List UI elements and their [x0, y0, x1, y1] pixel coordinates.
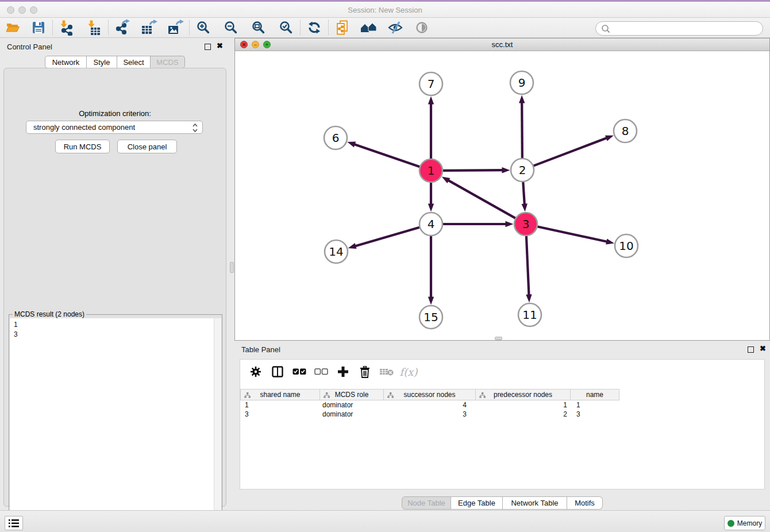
tab-edge-table[interactable]: Edge Table [451, 496, 503, 510]
control-panel-title: Control Panel [7, 43, 52, 51]
run-mcds-button[interactable]: Run MCDS [55, 140, 110, 153]
mcds-result-title: MCDS result (2 nodes) [13, 310, 86, 318]
column-chooser-button[interactable] [267, 364, 288, 380]
column-header-shared-name[interactable]: shared name [240, 389, 320, 400]
tab-network[interactable]: Network [45, 56, 87, 68]
column-header-MCDS-role[interactable]: MCDS role [320, 389, 384, 400]
first-neighbors-button[interactable] [359, 19, 379, 36]
horizontal-splitter-grip[interactable] [495, 337, 502, 340]
select-all-button[interactable] [288, 364, 310, 380]
network-graph-canvas[interactable]: 7968124314101511 [235, 51, 769, 340]
refresh-icon [307, 20, 322, 35]
zoom-in-button[interactable] [194, 19, 213, 36]
node-label-6: 6 [332, 131, 340, 145]
export-image-button[interactable] [165, 19, 185, 36]
tab-node-table[interactable]: Node Table [402, 496, 451, 510]
export-table-button[interactable] [139, 19, 159, 36]
edge-2-8[interactable] [533, 138, 607, 166]
table-cell[interactable]: dominator [320, 410, 384, 419]
toolbar-separator [189, 20, 190, 35]
table-cell[interactable]: 1 [476, 400, 571, 410]
table-cell[interactable]: 4 [384, 400, 476, 410]
edge-2-3[interactable] [523, 182, 525, 205]
column-header-name[interactable]: name [571, 389, 619, 400]
float-table-panel-icon[interactable] [748, 346, 754, 353]
deselect-all-button[interactable] [310, 364, 332, 380]
disabled-view-button [412, 19, 432, 36]
list-icon [9, 519, 19, 527]
delete-column-button [376, 364, 398, 380]
search-box[interactable] [595, 21, 763, 36]
import-network-button[interactable] [57, 19, 76, 36]
tab-motifs[interactable]: Motifs [567, 496, 603, 510]
node-label-7: 7 [428, 77, 435, 91]
import-table-button[interactable] [84, 19, 104, 36]
node-table-container: f(x) shared nameMCDS rolesuccessor nodes… [240, 359, 765, 489]
result-item[interactable]: 3 [14, 330, 221, 340]
optimization-criterion-select[interactable]: strongly connected component [26, 121, 203, 134]
column-header-successor-nodes[interactable]: successor nodes [384, 389, 476, 400]
edge-3-10[interactable] [537, 226, 607, 242]
tab-mcds[interactable]: MCDS [151, 56, 185, 68]
node-label-14: 14 [329, 245, 343, 259]
edge-1-6[interactable] [354, 144, 420, 167]
table-cell[interactable]: dominator [320, 400, 384, 410]
arrowhead-4-3 [506, 221, 514, 227]
show-hide-button[interactable] [386, 19, 405, 36]
export-network-button[interactable] [113, 19, 132, 36]
edge-3-1[interactable] [448, 180, 516, 218]
edge-3-11[interactable] [526, 236, 529, 295]
close-table-panel-icon[interactable]: ✖ [760, 344, 766, 353]
deselect-all-icon [314, 368, 328, 375]
memory-status-icon [727, 520, 734, 527]
result-scrollbar[interactable] [214, 318, 221, 532]
zoom-fit-button[interactable] [249, 19, 268, 36]
zoom-out-icon [224, 20, 238, 35]
copy-network-button[interactable] [333, 19, 352, 36]
arrowhead-2-8 [605, 136, 614, 141]
add-row-button[interactable] [332, 364, 354, 380]
edge-1-2[interactable] [442, 170, 503, 171]
arrowhead-1-6 [347, 142, 356, 148]
mcds-result-list[interactable]: 13 [10, 318, 221, 532]
refresh-layout-button[interactable] [305, 19, 324, 36]
tree-icon [324, 392, 330, 398]
task-history-button[interactable] [5, 516, 23, 530]
result-item[interactable]: 1 [14, 320, 221, 330]
table-row[interactable]: 3dominator323 [240, 410, 619, 419]
zoom-selected-button[interactable] [276, 19, 296, 36]
table-cell[interactable]: 1 [240, 400, 320, 410]
float-panel-icon[interactable] [205, 44, 211, 50]
delete-row-button[interactable] [354, 364, 376, 380]
memory-button[interactable]: Memory [724, 516, 765, 530]
zoom-out-button[interactable] [221, 19, 241, 36]
column-header-predecessor-nodes[interactable]: predecessor nodes [476, 389, 571, 400]
save-session-button[interactable] [29, 19, 48, 36]
close-panel-icon[interactable]: ✖ [217, 41, 223, 50]
memory-label: Memory [737, 519, 762, 527]
open-session-button[interactable] [3, 19, 23, 36]
table-cell[interactable]: 2 [476, 410, 571, 419]
tab-style[interactable]: Style [87, 56, 117, 68]
table-cell[interactable]: 1 [571, 400, 619, 410]
table-cell[interactable]: 3 [384, 410, 476, 419]
arrowhead-1-2 [502, 167, 510, 173]
table-cell[interactable]: 3 [240, 410, 320, 419]
edge-4-14[interactable] [355, 228, 420, 246]
vertical-splitter-grip[interactable] [230, 262, 234, 273]
tab-select[interactable]: Select [117, 56, 151, 68]
select-all-icon [292, 368, 306, 375]
tab-network-table[interactable]: Network Table [503, 496, 567, 510]
node-label-15: 15 [424, 310, 438, 324]
node-label-8: 8 [622, 124, 629, 138]
node-label-11: 11 [522, 308, 537, 322]
window-titlebar: Session: New Session [0, 0, 770, 18]
table-settings-button[interactable] [245, 364, 267, 380]
table-cell[interactable]: 3 [571, 410, 619, 419]
edge-2-9[interactable] [522, 102, 522, 159]
table-row[interactable]: 1dominator411 [240, 400, 619, 410]
close-panel-button[interactable]: Close panel [117, 140, 177, 153]
tree-icon [479, 392, 486, 398]
network-window-titlebar[interactable]: ✕ – + scc.txt [235, 38, 769, 51]
search-input[interactable] [612, 25, 756, 33]
